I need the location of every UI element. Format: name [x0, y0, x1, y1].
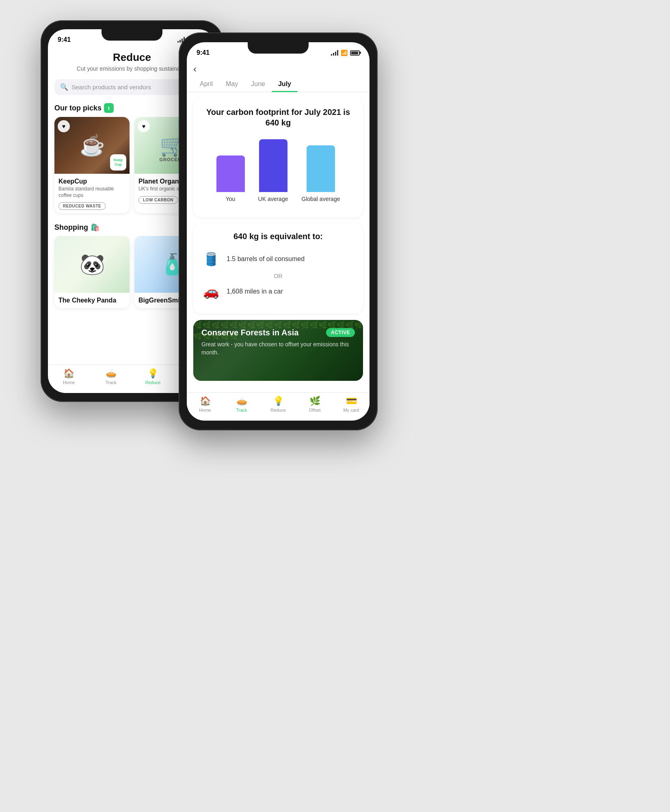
equivalent-card: 640 kg is equivalent to: 🛢️ 1.5 barrels …: [193, 224, 363, 313]
planet-organic-tag: LOW CARBON: [138, 196, 178, 204]
track-icon-1: 🥧: [106, 368, 117, 379]
card-icon-2: 💳: [346, 396, 357, 406]
top-picks-title: Our top picks t: [54, 103, 114, 113]
search-placeholder: Search products and vendors: [71, 84, 151, 91]
tab-june[interactable]: June: [244, 76, 272, 92]
forest-content: Conserve Forests in Asia ACTIVE Great wo…: [193, 320, 363, 365]
nav-home-1[interactable]: 🏠 Home: [48, 368, 90, 385]
cheeky-panda-info: The Cheeky Panda: [54, 293, 130, 308]
nav-reduce-label-2: Reduce: [270, 408, 286, 412]
active-badge: ACTIVE: [326, 328, 355, 337]
forest-description: Great work - you have chosen to offset y…: [201, 341, 355, 356]
keepcup-image: ♥ KeepCup: [54, 117, 130, 174]
nav-reduce-1[interactable]: 💡 Reduce: [132, 368, 174, 385]
bar-uk: UK average: [258, 139, 288, 203]
forest-card[interactable]: Conserve Forests in Asia ACTIVE Great wo…: [193, 320, 363, 381]
bar-you: You: [216, 155, 245, 203]
oil-icon: 🛢️: [201, 249, 221, 269]
home-icon-2: 🏠: [200, 396, 211, 406]
wifi-icon-2: 📶: [341, 50, 348, 56]
time-1: 9:41: [58, 36, 71, 43]
forest-title-row: Conserve Forests in Asia ACTIVE: [201, 328, 355, 337]
nav-mycard-label-2: My card: [343, 408, 359, 412]
keepcup-name: KeepCup: [58, 178, 125, 185]
track-screen: ‹ April May June July Y: [187, 60, 370, 421]
cheeky-panda-name: The Cheeky Panda: [58, 297, 125, 304]
t-icon: t: [104, 103, 114, 113]
track-header: ‹: [187, 60, 370, 76]
nav-mycard-2[interactable]: 💳 My card: [333, 396, 370, 412]
tab-may[interactable]: May: [219, 76, 244, 92]
oil-text: 1.5 barrels of oil consumed: [227, 255, 305, 263]
equiv-or: OR: [201, 273, 355, 279]
nav-reduce-2[interactable]: 💡 Reduce: [260, 396, 296, 412]
uk-bar: [259, 139, 287, 192]
keepcup-wishlist[interactable]: ♥: [58, 120, 70, 132]
footprint-card: Your carbon footprint for July 2021 is 6…: [193, 99, 363, 217]
keepcup-tag: REDUCED WASTE: [58, 202, 106, 210]
back-button[interactable]: ‹: [193, 63, 197, 75]
car-icon: 🚗: [201, 282, 221, 301]
tab-april[interactable]: April: [193, 76, 219, 92]
home-icon: 🏠: [63, 368, 74, 379]
keepcup-card[interactable]: ♥ KeepCup KeepCup Barista standard reusa…: [54, 117, 130, 213]
signal-icon-2: [331, 50, 338, 56]
section-title-text: Our top picks: [54, 104, 102, 112]
reduce-icon-1: 💡: [147, 368, 158, 379]
shopping-title-text: Shopping: [54, 223, 88, 232]
oil-equiv: 🛢️ 1.5 barrels of oil consumed: [201, 249, 355, 269]
car-equiv: 🚗 1,608 miles in a car: [201, 282, 355, 301]
footprint-title: Your carbon footprint for July 2021 is 6…: [201, 107, 355, 128]
shopping-title: Shopping 🛍️: [54, 223, 99, 232]
notch2: [248, 42, 309, 54]
offset-icon-2: 🌿: [309, 396, 320, 406]
nav-track-label: Track: [106, 380, 117, 385]
global-label: Global average: [302, 195, 340, 203]
car-text: 1,608 miles in a car: [227, 288, 283, 295]
uk-label: UK average: [258, 195, 288, 203]
keepcup-info: KeepCup Barista standard reusable coffee…: [54, 174, 130, 213]
keepcup-logo: KeepCup: [110, 154, 126, 171]
you-label: You: [226, 195, 236, 203]
nav-home-2[interactable]: 🏠 Home: [187, 396, 223, 412]
phone2: 9:41 📶 ‹ Apr: [179, 32, 378, 430]
nav-home-label: Home: [63, 380, 75, 385]
nav-offset-2[interactable]: 🌿 Offset: [296, 396, 333, 412]
nav-track-label-2: Track: [236, 408, 247, 412]
nav-home-label-2: Home: [199, 408, 211, 412]
bar-chart: You UK average Global average: [201, 138, 355, 203]
bar-global: Global average: [302, 145, 340, 203]
nav-offset-label-2: Offset: [309, 408, 320, 412]
equivalent-title: 640 kg is equivalent to:: [201, 232, 355, 241]
battery-icon-2: [350, 50, 360, 56]
notch1: [102, 29, 162, 41]
shopping-icon: 🛍️: [91, 223, 99, 232]
search-icon: 🔍: [60, 83, 68, 91]
cheeky-panda-image: [54, 236, 130, 293]
global-bar: [307, 145, 335, 192]
track-body: Your carbon footprint for July 2021 is 6…: [187, 99, 370, 421]
bottom-nav-2: 🏠 Home 🥧 Track 💡 Reduce 🌿 Offset 💳: [187, 392, 370, 421]
forest-title: Conserve Forests in Asia: [201, 328, 321, 337]
status-icons-2: 📶: [331, 50, 360, 56]
tab-july[interactable]: July: [272, 76, 298, 92]
track-icon-2: 🥧: [236, 396, 247, 406]
month-tabs: April May June July: [187, 76, 370, 92]
time-2: 9:41: [197, 49, 210, 56]
reduce-icon-2: 💡: [273, 396, 284, 406]
nav-reduce-label: Reduce: [145, 380, 161, 385]
you-bar: [216, 155, 245, 192]
nav-track-1[interactable]: 🥧 Track: [90, 368, 132, 385]
nav-track-2[interactable]: 🥧 Track: [223, 396, 260, 412]
keepcup-desc: Barista standard reusable coffee cups: [58, 186, 125, 199]
planet-organic-wishlist[interactable]: ♥: [138, 120, 150, 132]
cheeky-panda-card[interactable]: The Cheeky Panda: [54, 236, 130, 308]
